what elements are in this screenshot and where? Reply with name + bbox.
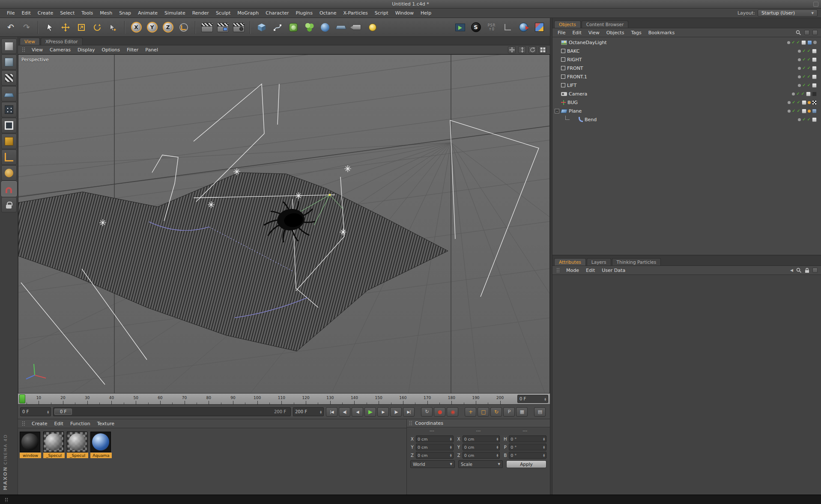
online-updater-button[interactable] [516,20,531,35]
texture-tag-icon[interactable] [812,109,817,113]
current-frame-field[interactable]: 0 F ▲▼ [517,395,548,403]
objects-panel-tab[interactable]: Objects [554,21,581,28]
render-visibility-toggle[interactable]: ✓ [807,49,811,53]
render-visibility-toggle[interactable]: ✓ [797,100,800,104]
menubar-item[interactable]: Mesh [96,9,116,17]
timeline-tick[interactable]: 40 [99,394,124,404]
scale-mode-dropdown[interactable]: Scale▼ [458,460,503,468]
menubar-item[interactable]: Snap [116,9,134,17]
layout-select[interactable]: Startup (User) ▼ [758,9,818,17]
timeline-tick[interactable]: 170 [415,394,439,404]
powerslider[interactable]: 0 F 200 F [53,407,291,416]
texture-axis-mode-button[interactable] [1,165,17,181]
edges-mode-button[interactable] [1,118,17,133]
menubar-item[interactable]: Edit [18,9,34,17]
expander-icon[interactable]: - [555,109,559,113]
viewport-menu-item[interactable]: Panel [142,46,161,54]
pos-y-field[interactable]: 0 cm▲▼ [416,444,454,450]
enable-dot[interactable] [787,41,790,44]
psr-snapshot-button[interactable]: PSR↑0 [484,20,499,35]
move-tool-button[interactable] [58,20,73,35]
render-view-button[interactable] [200,20,214,35]
object-name[interactable]: FRONT [567,66,583,71]
render-visibility-toggle[interactable]: ✓ [797,40,800,45]
stepper-icon[interactable]: ▲▼ [543,453,545,457]
timeline-tick[interactable]: 60 [148,394,173,404]
panel-grip-icon[interactable] [409,420,413,426]
object-name[interactable]: BAKC [567,48,579,54]
timeline-tick[interactable]: 70 [172,394,197,404]
panel-grip-icon[interactable] [556,268,560,273]
timeline-tick[interactable]: 200 [488,394,512,404]
expander-icon[interactable] [555,66,559,71]
timeline-tick[interactable]: 180 [439,394,464,404]
expander-icon[interactable] [555,40,559,45]
material-item[interactable]: _Specul [67,432,88,458]
objects-menu-item[interactable]: View [585,29,603,37]
timeline-tick[interactable]: 90 [221,394,245,404]
timeline-tick[interactable]: 190 [464,394,488,404]
material-item[interactable]: _Specul [43,432,65,458]
viewport-canvas[interactable] [18,55,550,394]
rot-b-field[interactable]: 0 °▲▼ [509,452,546,459]
rotate-view-button[interactable] [528,46,536,53]
editor-visibility-toggle[interactable]: ✓ [802,75,806,79]
stepper-icon[interactable]: ▲▼ [543,445,545,449]
enable-dot[interactable] [792,92,795,95]
enable-dot[interactable] [798,58,801,61]
new-panel-icon[interactable] [812,268,818,273]
render-picture-viewer-button[interactable] [215,20,230,35]
render-visibility-toggle[interactable]: ✓ [801,92,805,96]
viewport-3d[interactable]: Perspective [18,54,550,394]
objects-menu-item[interactable]: File [554,29,569,37]
add-subdivision-surface-button[interactable] [286,20,301,35]
enable-dot[interactable] [788,110,791,113]
render-visibility-toggle[interactable]: ✓ [797,109,800,113]
toggle-views-button[interactable] [539,46,546,53]
render-visibility-toggle[interactable]: ✓ [807,66,811,70]
expander-icon[interactable] [555,49,559,54]
prev-frame-button[interactable]: ◀ [352,407,363,417]
lock-icon[interactable] [805,268,809,273]
timeline-ruler[interactable]: 1020304050607080901001101201301401501601… [18,394,550,405]
panel-grip-icon[interactable] [22,47,26,52]
render-visibility-toggle[interactable]: ✓ [807,57,811,62]
objects-menu-item[interactable]: Objects [603,29,628,37]
viewport-menu-item[interactable]: Cameras [46,46,74,54]
add-camera-button[interactable] [349,20,364,35]
rot-h-field[interactable]: 0 °▲▼ [509,435,546,442]
render-visibility-toggle[interactable]: ✓ [807,75,811,79]
lock-y-axis-button[interactable]: Y [145,20,159,35]
stepper-icon[interactable]: ▲▼ [450,445,452,449]
menubar-item[interactable]: Tools [78,9,96,17]
expander-icon[interactable] [555,57,559,62]
octane-liveviewer-button[interactable] [453,20,467,35]
material-item[interactable]: Aquama [90,432,112,458]
end-frame-field[interactable]: 200 F ▲▼ [293,407,324,416]
world-system-dropdown[interactable]: World▼ [410,460,455,468]
stepper-icon[interactable]: ▲▼ [496,453,498,457]
layer-chip[interactable] [806,92,811,96]
material-thumbnail[interactable] [90,432,111,452]
scale-tool-button[interactable] [74,20,89,35]
material-menu-item[interactable]: Edit [51,420,67,428]
plugin-s-button[interactable]: S [469,20,483,35]
editor-visibility-toggle[interactable]: ✓ [792,109,795,113]
timeline-tick[interactable]: 30 [75,394,99,404]
render-settings-button[interactable] [231,20,246,35]
next-key-button[interactable]: |▶ [390,407,402,417]
objects-menu-item[interactable]: Bookmarks [645,29,678,37]
lock-z-axis-button[interactable]: Z [161,20,175,35]
viewport-menu-item[interactable]: Options [99,46,123,54]
object-row[interactable]: BAKC ✓ ✓ [552,47,821,55]
menubar-item[interactable]: Select [57,9,78,17]
search-icon[interactable] [796,30,801,36]
make-editable-button[interactable] [1,39,17,54]
menubar-item[interactable]: X-Particles [340,9,371,17]
menubar-item[interactable]: Sculpt [212,9,234,17]
stepper-icon[interactable]: ▲▼ [450,437,452,441]
viewport-tab[interactable]: XPresso Editor [41,38,83,45]
workplane-mode-button[interactable] [1,86,17,101]
add-spline-button[interactable] [270,20,285,35]
editor-visibility-toggle[interactable]: ✓ [802,49,806,53]
